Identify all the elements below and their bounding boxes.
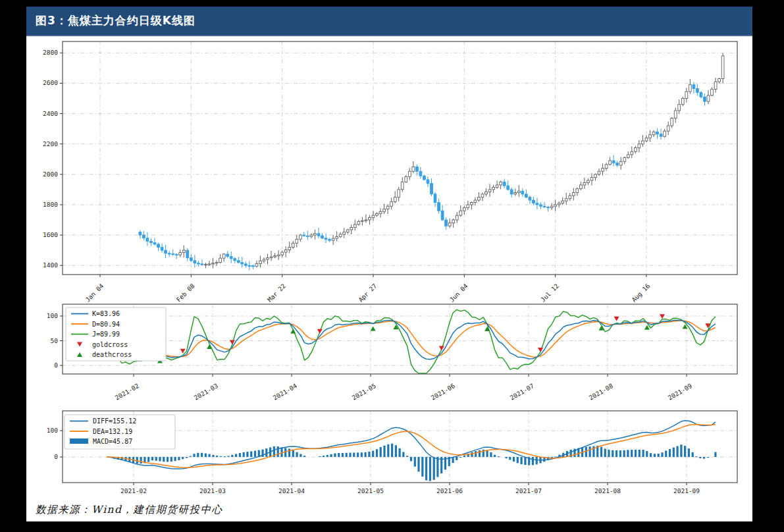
macd-bar bbox=[604, 449, 606, 458]
candle-body bbox=[674, 111, 677, 119]
candle-body bbox=[168, 253, 170, 254]
macd-bar bbox=[147, 457, 149, 462]
candle-body bbox=[645, 138, 648, 141]
candle-body bbox=[445, 220, 448, 226]
candle-body bbox=[681, 99, 684, 105]
macd-bar bbox=[159, 457, 161, 462]
candle-body bbox=[635, 147, 637, 151]
candle-body bbox=[671, 119, 673, 126]
macd-bar bbox=[661, 452, 663, 457]
candle-body bbox=[157, 244, 160, 248]
macd-bar bbox=[627, 450, 629, 457]
candle-body bbox=[310, 235, 313, 236]
macd-bar bbox=[243, 452, 245, 457]
candle-body bbox=[707, 95, 710, 101]
macd-xtick-label: 2021-03 bbox=[199, 487, 226, 494]
macd-bar bbox=[714, 452, 716, 457]
report-figure-page: 图3：焦煤主力合约日级K线图 1400160018002000220024002… bbox=[26, 7, 752, 521]
candle-body bbox=[463, 208, 465, 211]
macd-xtick-label: 2021-04 bbox=[278, 487, 305, 494]
macd-bar bbox=[505, 457, 507, 458]
macd-bar bbox=[695, 456, 697, 457]
candle-body bbox=[161, 248, 163, 251]
macd-bar bbox=[421, 457, 423, 477]
macd-bar bbox=[155, 457, 157, 461]
candle-body bbox=[299, 235, 301, 239]
macd-bar bbox=[376, 449, 378, 457]
macd-legend-label: MACD=45.87 bbox=[93, 438, 132, 445]
deathcross-marker bbox=[290, 329, 296, 333]
macd-ytick-label: 100 bbox=[47, 427, 58, 434]
candle-body bbox=[267, 258, 269, 259]
candle-body bbox=[576, 189, 579, 193]
kdj-xtick-label: 2021-05 bbox=[351, 382, 377, 402]
candle-body bbox=[718, 79, 721, 82]
candle-body bbox=[296, 239, 298, 243]
macd-histogram bbox=[109, 444, 716, 481]
candle-body bbox=[431, 184, 433, 194]
macd-xtick-label: 2021-02 bbox=[120, 487, 147, 494]
candle-body bbox=[219, 258, 222, 263]
candle-body bbox=[263, 259, 265, 261]
macd-bar bbox=[277, 446, 279, 457]
macd-bar bbox=[429, 457, 431, 481]
macd-bar bbox=[357, 452, 359, 457]
candle-body bbox=[252, 266, 255, 267]
macd-bar bbox=[669, 449, 671, 457]
candle-body bbox=[587, 180, 590, 183]
macd-bar bbox=[151, 457, 153, 460]
candle-body bbox=[616, 163, 619, 166]
macd-bar bbox=[498, 456, 500, 457]
candle-body bbox=[336, 236, 338, 238]
candle-body bbox=[332, 238, 334, 240]
macd-bar bbox=[536, 457, 538, 464]
macd-bar bbox=[190, 456, 192, 457]
macd-bar bbox=[406, 456, 408, 457]
candle-body bbox=[536, 203, 538, 205]
macd-bar bbox=[680, 444, 682, 457]
candle-body bbox=[325, 238, 327, 240]
macd-bar bbox=[623, 450, 625, 457]
macd-bar bbox=[486, 450, 488, 457]
macd-bar bbox=[425, 457, 427, 481]
candle-body bbox=[488, 190, 491, 192]
kline-kdj-macd-chart: 14001600180020002200240026002800Jan 04Fe… bbox=[26, 7, 752, 521]
candle-body bbox=[503, 182, 506, 186]
macd-bar bbox=[456, 457, 457, 460]
candle-body bbox=[190, 258, 192, 261]
macd-bar bbox=[288, 449, 290, 458]
candle-body bbox=[237, 261, 240, 263]
kdj-legend-label: deathcross bbox=[92, 351, 132, 358]
candle-body bbox=[175, 254, 178, 255]
macd-bar bbox=[677, 446, 679, 457]
macd-bar bbox=[265, 448, 267, 457]
candle-body bbox=[350, 228, 353, 230]
candle-body bbox=[721, 56, 724, 79]
macd-bar bbox=[688, 448, 690, 457]
kline-border bbox=[63, 41, 737, 275]
candle-body bbox=[594, 174, 597, 178]
candle-body bbox=[521, 191, 524, 194]
candle-body bbox=[372, 215, 375, 218]
macd-bar bbox=[654, 454, 656, 457]
candle-body bbox=[554, 205, 557, 206]
macd-bar bbox=[361, 452, 363, 457]
candle-body bbox=[569, 196, 571, 199]
macd-bar bbox=[600, 447, 602, 457]
macd-bar bbox=[471, 452, 473, 457]
chart-area: 14001600180020002200240026002800Jan 04Fe… bbox=[26, 36, 752, 500]
macd-bar bbox=[410, 457, 412, 461]
macd-bar bbox=[346, 453, 348, 457]
macd-xtick-label: 2021-09 bbox=[673, 487, 700, 494]
macd-bar bbox=[646, 451, 648, 457]
candle-body bbox=[390, 201, 393, 206]
candle-body bbox=[419, 171, 422, 176]
macd-bar bbox=[327, 455, 328, 457]
macd-bar bbox=[380, 447, 382, 457]
candle-body bbox=[179, 253, 182, 255]
k-line bbox=[111, 320, 716, 359]
kline-xtick-label: Jul 12 bbox=[539, 282, 560, 304]
candle-body bbox=[642, 141, 644, 144]
macd-bar bbox=[197, 453, 199, 457]
candle-body bbox=[562, 201, 564, 203]
